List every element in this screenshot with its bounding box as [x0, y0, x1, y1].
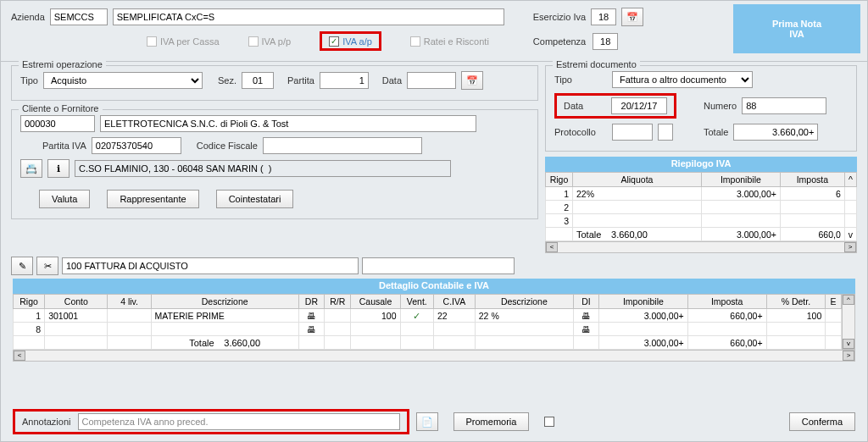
table-row[interactable]: 1 301001 MATERIE PRIME 🖶 100 ✓ 22 22 % 🖶… [14, 309, 842, 323]
azienda-code-input[interactable] [50, 8, 108, 25]
document-icon[interactable]: 📄 [416, 412, 438, 431]
table-row[interactable]: 8 🖶 🖶 [14, 323, 842, 336]
calendar-picker-icon[interactable]: 📅 [461, 71, 483, 90]
estremi-documento-group: Estremi documento Tipo Fattura o altro d… [545, 65, 857, 152]
data-op-label: Data [382, 75, 402, 86]
tools-icon[interactable]: ✂ [36, 257, 58, 275]
data-op-input[interactable] [407, 72, 456, 89]
conferma-button[interactable]: Conferma [789, 412, 855, 431]
info-icon[interactable]: ℹ [47, 159, 70, 178]
tipo-doc-select[interactable]: Fattura o altro documento [612, 71, 753, 88]
valuta-button[interactable]: Valuta [39, 190, 90, 208]
address-field [75, 160, 451, 177]
iva-pp-checkbox: IVA p/p [248, 36, 292, 47]
print-icon[interactable]: 🖶 [573, 323, 598, 336]
esercizio-input[interactable] [591, 8, 616, 25]
rappresentante-button[interactable]: Rappresentante [107, 190, 198, 208]
sez-label: Sez. [218, 75, 236, 86]
promemoria-button[interactable]: Promemoria [453, 412, 530, 431]
causale-extra-input[interactable] [362, 257, 515, 274]
partita-label: Partita [287, 75, 314, 86]
competenza-label: Competenza [533, 36, 586, 47]
dettaglio-header: Dettaglio Contabile e IVA [13, 279, 855, 294]
riepilogo-header: Riepilogo IVA [545, 157, 857, 172]
cliente-code-input[interactable] [20, 115, 95, 132]
data-doc-label: Data [564, 101, 604, 111]
riepilogo-scrollbar[interactable]: <> [545, 241, 857, 253]
totale-input[interactable] [733, 124, 818, 141]
iva-cassa-checkbox: IVA per Cassa [147, 36, 220, 47]
page-title: Prima Nota IVA [733, 4, 860, 53]
iva-ap-checkbox[interactable]: IVA a/p [329, 36, 372, 47]
tipo-op-select[interactable]: Acquisto [43, 72, 203, 89]
numero-label: Numero [704, 101, 737, 111]
edit-icon[interactable]: ✎ [11, 257, 33, 275]
table-row[interactable]: 122%3.000,00+6 [546, 187, 857, 201]
protocollo-input2[interactable] [658, 124, 673, 141]
print-icon[interactable]: 🖶 [573, 309, 598, 323]
protocollo-input1[interactable] [612, 124, 653, 141]
dettaglio-vscroll[interactable]: ^v [842, 294, 855, 350]
card-icon[interactable]: 📇 [20, 159, 42, 178]
piva-input[interactable] [92, 137, 181, 154]
calendar-icon[interactable]: 📅 [621, 8, 643, 26]
print-icon[interactable]: 🖶 [298, 323, 324, 336]
promemoria-checkbox[interactable] [544, 417, 554, 427]
partita-input[interactable] [320, 72, 369, 89]
cf-label: Codice Fiscale [197, 141, 258, 151]
numero-input[interactable] [742, 97, 826, 114]
print-icon[interactable]: 🖶 [298, 309, 324, 323]
esercizio-label: Esercizio Iva [533, 12, 586, 22]
azienda-desc-input[interactable] [113, 8, 504, 25]
competenza-input[interactable] [593, 33, 618, 50]
protocollo-label: Protocollo [554, 127, 607, 137]
tipo-doc-label: Tipo [554, 75, 607, 85]
totale-row: Totale 3.660,00 3.000,00+ 660,00+ [14, 336, 842, 350]
table-row[interactable]: 2 [546, 201, 857, 214]
tipo-op-label: Tipo [20, 75, 38, 86]
causale-input[interactable] [62, 257, 359, 274]
cliente-name-input[interactable] [100, 115, 476, 132]
piva-label: Partita IVA [42, 141, 86, 151]
dettaglio-hscroll[interactable]: <> [13, 350, 855, 362]
cointestatari-button[interactable]: Cointestatari [216, 190, 294, 208]
azienda-label: Azienda [11, 12, 45, 22]
ratei-checkbox: Ratei e Risconti [410, 36, 489, 47]
annotazioni-input[interactable] [78, 413, 400, 430]
estremi-operazione-group: Estremi operazione Tipo Acquisto Sez. Pa… [11, 65, 538, 101]
totale-label: Totale [704, 127, 728, 137]
annotazioni-label: Annotazioni [22, 417, 71, 427]
sez-input[interactable] [242, 72, 274, 89]
data-doc-input[interactable] [611, 97, 667, 114]
table-row[interactable]: 3 [546, 214, 857, 228]
cliente-fornitore-group: Cliente o Fornitore Partita IVA Codice F… [11, 109, 538, 219]
cf-input[interactable] [263, 137, 422, 154]
totale-row: Totale 3.660,003.000,00+660,0v [546, 228, 857, 241]
